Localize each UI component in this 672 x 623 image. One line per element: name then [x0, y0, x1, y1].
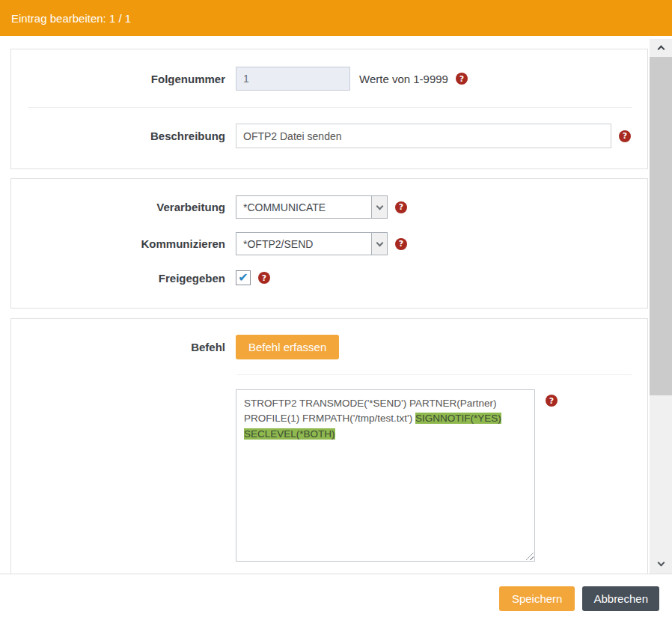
beschreibung-input[interactable]: OFTP2 Datei senden — [236, 124, 611, 148]
panel-sequence: Folgenummer 1 Werte von 1-9999 ? Beschre… — [10, 49, 648, 169]
modal-header: Eintrag bearbeiten: 1 / 1 — [0, 0, 672, 36]
question-circle-icon[interactable]: ? — [456, 73, 468, 85]
folgenummer-value: 1 — [243, 73, 249, 85]
kommunizieren-select[interactable]: *OFTP2/SEND — [236, 232, 388, 255]
verarbeitung-label: Verarbeitung — [11, 201, 225, 213]
freigegeben-checkbox[interactable]: ✔ — [236, 270, 251, 285]
chevron-down-icon[interactable] — [650, 556, 672, 572]
scrollbar-thumb[interactable] — [650, 57, 672, 395]
save-button[interactable]: Speichern — [499, 586, 575, 611]
folgenummer-row: Folgenummer 1 Werte von 1-9999 ? — [11, 67, 647, 91]
command-textarea[interactable]: STROFTP2 TRANSMODE('*SEND') PARTNER(Part… — [236, 389, 535, 562]
folgenummer-label: Folgenummer — [11, 73, 225, 85]
question-circle-icon[interactable]: ? — [258, 272, 270, 284]
cancel-button[interactable]: Abbrechen — [582, 586, 659, 611]
check-icon: ✔ — [238, 272, 248, 284]
folgenummer-hint: Werte von 1-9999 — [359, 73, 448, 85]
folgenummer-input[interactable]: 1 — [236, 67, 350, 91]
befehl-label: Befehl — [11, 341, 225, 353]
beschreibung-row: Beschreibung OFTP2 Datei senden ? — [11, 124, 647, 148]
scrollbar[interactable] — [650, 39, 672, 574]
verarbeitung-value: *COMMUNICATE — [236, 196, 371, 218]
divider — [28, 107, 632, 108]
panel-processing: Verarbeitung *COMMUNICATE ? Kommuniziere… — [10, 178, 648, 309]
panel-command: Befehl Befehl erfassen STROFTP2 TRANSMOD… — [10, 318, 648, 574]
question-circle-icon[interactable]: ? — [546, 395, 558, 407]
verarbeitung-row: Verarbeitung *COMMUNICATE ? — [11, 195, 647, 219]
question-circle-icon[interactable]: ? — [395, 201, 407, 213]
kommunizieren-label: Kommunizieren — [11, 237, 225, 250]
beschreibung-label: Beschreibung — [11, 130, 225, 142]
beschreibung-value: OFTP2 Datei senden — [243, 130, 342, 142]
modal-footer: Speichern Abbrechen — [0, 574, 672, 623]
question-circle-icon[interactable]: ? — [619, 130, 631, 142]
modal-title: Eintrag bearbeiten: 1 / 1 — [11, 12, 131, 25]
divider — [237, 374, 632, 375]
chevron-down-icon[interactable] — [371, 196, 387, 218]
modal-body: Folgenummer 1 Werte von 1-9999 ? Beschre… — [0, 36, 650, 574]
freigegeben-row: Freigegeben ✔ ? — [11, 270, 647, 285]
chevron-up-icon[interactable] — [650, 39, 672, 55]
capture-command-button[interactable]: Befehl erfassen — [236, 335, 339, 359]
resize-grip-icon[interactable] — [525, 552, 534, 560]
verarbeitung-select[interactable]: *COMMUNICATE — [236, 195, 388, 219]
chevron-down-icon[interactable] — [371, 233, 387, 255]
kommunizieren-row: Kommunizieren *OFTP2/SEND ? — [11, 232, 647, 255]
question-circle-icon[interactable]: ? — [395, 238, 407, 250]
kommunizieren-value: *OFTP2/SEND — [236, 233, 371, 255]
freigegeben-label: Freigegeben — [11, 272, 225, 285]
befehl-row: Befehl Befehl erfassen — [11, 335, 647, 359]
command-text-row: STROFTP2 TRANSMODE('*SEND') PARTNER(Part… — [11, 389, 647, 562]
